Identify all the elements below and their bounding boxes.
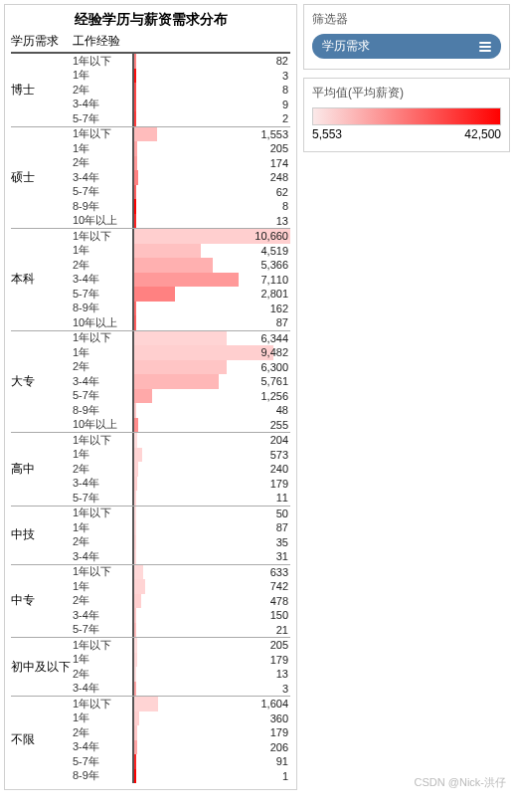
bar-cell[interactable]: 50 bbox=[132, 507, 290, 521]
bar-cell[interactable]: 3 bbox=[132, 69, 290, 84]
row-experience: 5-7年 bbox=[73, 754, 132, 769]
table-row: 1年573 bbox=[73, 448, 290, 463]
bar-cell[interactable]: 1 bbox=[132, 769, 290, 784]
bar-value: 478 bbox=[270, 594, 288, 609]
bar-cell[interactable]: 6,300 bbox=[132, 360, 290, 375]
row-experience: 2年 bbox=[73, 535, 132, 550]
bar-cell[interactable]: 179 bbox=[132, 477, 290, 492]
row-experience: 2年 bbox=[73, 667, 132, 682]
bar-cell[interactable]: 2,801 bbox=[132, 287, 290, 302]
bar-cell[interactable]: 62 bbox=[132, 185, 290, 200]
bar-cell[interactable]: 206 bbox=[132, 740, 290, 755]
row-experience: 5-7年 bbox=[73, 287, 132, 302]
bar-cell[interactable]: 11 bbox=[132, 491, 290, 506]
group: 中专1年以下6331年7422年4783-4年1505-7年21 bbox=[11, 565, 290, 639]
bar-cell[interactable]: 8 bbox=[132, 199, 290, 214]
bar-cell[interactable]: 742 bbox=[132, 579, 290, 594]
bar-cell[interactable]: 205 bbox=[132, 141, 290, 156]
table-row: 1年以下82 bbox=[73, 54, 290, 69]
bar-cell[interactable]: 248 bbox=[132, 170, 290, 185]
bar-cell[interactable]: 87 bbox=[132, 315, 290, 330]
bar-value: 162 bbox=[270, 302, 288, 316]
bar-cell[interactable]: 13 bbox=[132, 667, 290, 682]
bar bbox=[134, 374, 219, 389]
row-experience: 10年以上 bbox=[73, 214, 132, 229]
legend-title: 平均值(平均薪资) bbox=[312, 85, 501, 102]
table-row: 2年5,366 bbox=[73, 258, 290, 273]
bar-cell[interactable]: 4,519 bbox=[132, 244, 290, 259]
bar-cell[interactable]: 179 bbox=[132, 653, 290, 668]
bar-cell[interactable]: 2 bbox=[132, 111, 290, 126]
bar-cell[interactable]: 478 bbox=[132, 594, 290, 609]
bar-value: 9,482 bbox=[260, 345, 288, 360]
bar-cell[interactable]: 150 bbox=[132, 608, 290, 623]
chart-title: 经验学历与薪资需求分布 bbox=[5, 5, 296, 33]
group-rows: 1年以下1,6041年3602年1793-4年2065-7年918-9年1 bbox=[73, 697, 290, 783]
bar bbox=[134, 403, 136, 418]
bar-cell[interactable]: 6,344 bbox=[132, 331, 290, 346]
bar-cell[interactable]: 10,660 bbox=[132, 229, 290, 244]
bar-cell[interactable]: 5,366 bbox=[132, 258, 290, 273]
bar-value: 87 bbox=[276, 315, 288, 330]
bar bbox=[134, 462, 138, 477]
filter-pill[interactable]: 学历需求 bbox=[312, 34, 501, 59]
bar-cell[interactable]: 174 bbox=[132, 156, 290, 171]
bar bbox=[134, 697, 158, 711]
bar-cell[interactable]: 573 bbox=[132, 448, 290, 463]
bar bbox=[134, 725, 137, 740]
bar-cell[interactable]: 162 bbox=[132, 302, 290, 316]
bar-cell[interactable]: 87 bbox=[132, 520, 290, 535]
bar bbox=[134, 740, 137, 755]
group-label: 中技 bbox=[11, 507, 73, 564]
bar-cell[interactable]: 1,604 bbox=[132, 697, 290, 711]
bar-cell[interactable]: 1,553 bbox=[132, 127, 290, 142]
bar-cell[interactable]: 3 bbox=[132, 682, 290, 697]
bar-cell[interactable]: 360 bbox=[132, 711, 290, 726]
header-row: 学历需求 工作经验 bbox=[11, 33, 290, 54]
bar-cell[interactable]: 255 bbox=[132, 418, 290, 433]
bar-cell[interactable]: 204 bbox=[132, 433, 290, 448]
group-label: 不限 bbox=[11, 697, 73, 783]
bar-value: 742 bbox=[270, 579, 288, 594]
bar-cell[interactable]: 7,110 bbox=[132, 273, 290, 288]
group-label: 硕士 bbox=[11, 127, 73, 229]
row-experience: 3-4年 bbox=[73, 740, 132, 755]
bar-cell[interactable]: 91 bbox=[132, 754, 290, 769]
bar-cell[interactable]: 205 bbox=[132, 638, 290, 653]
group: 初中及以下1年以下2051年1792年133-4年3 bbox=[11, 638, 290, 697]
bar-cell[interactable]: 179 bbox=[132, 725, 290, 740]
bar-cell[interactable]: 21 bbox=[132, 623, 290, 638]
bar-value: 13 bbox=[276, 667, 288, 682]
table-row: 5-7年11 bbox=[73, 491, 290, 506]
row-experience: 3-4年 bbox=[73, 273, 132, 288]
bar-cell[interactable]: 5,761 bbox=[132, 374, 290, 389]
bar-value: 150 bbox=[270, 608, 288, 623]
bar-cell[interactable]: 8 bbox=[132, 83, 290, 98]
row-experience: 2年 bbox=[73, 83, 132, 98]
table-row: 3-4年9 bbox=[73, 98, 290, 112]
row-experience: 3-4年 bbox=[73, 549, 132, 564]
bar bbox=[134, 54, 136, 69]
bar-value: 1,256 bbox=[260, 389, 288, 404]
bar-value: 1,604 bbox=[260, 697, 288, 711]
bar-cell[interactable]: 240 bbox=[132, 462, 290, 477]
bar-value: 5,761 bbox=[260, 374, 288, 389]
bar-cell[interactable]: 633 bbox=[132, 565, 290, 580]
table-row: 1年3 bbox=[73, 69, 290, 84]
bar-cell[interactable]: 9 bbox=[132, 98, 290, 112]
table-row: 3-4年150 bbox=[73, 608, 290, 623]
bar-cell[interactable]: 35 bbox=[132, 535, 290, 550]
table-row: 3-4年3 bbox=[73, 682, 290, 697]
bar-value: 13 bbox=[276, 214, 288, 229]
bar-value: 179 bbox=[270, 653, 288, 668]
bar-value: 4,519 bbox=[260, 244, 288, 259]
bar-cell[interactable]: 31 bbox=[132, 549, 290, 564]
row-experience: 1年以下 bbox=[73, 697, 132, 711]
bar-cell[interactable]: 9,482 bbox=[132, 345, 290, 360]
row-experience: 3-4年 bbox=[73, 682, 132, 697]
bar-cell[interactable]: 1,256 bbox=[132, 389, 290, 404]
table-row: 8-9年8 bbox=[73, 199, 290, 214]
bar-cell[interactable]: 48 bbox=[132, 403, 290, 418]
bar-cell[interactable]: 82 bbox=[132, 54, 290, 69]
bar-cell[interactable]: 13 bbox=[132, 214, 290, 229]
